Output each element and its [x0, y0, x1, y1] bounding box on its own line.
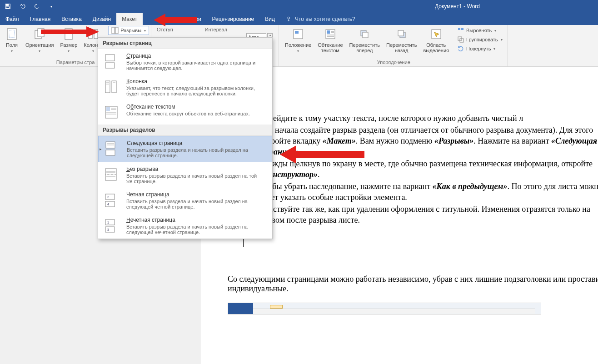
svg-rect-38 — [106, 107, 110, 111]
svg-rect-26 — [458, 28, 460, 30]
svg-rect-1 — [6, 4, 9, 6]
svg-marker-61 — [41, 26, 99, 37]
list-item: Перейдите к тому участку текста, после к… — [259, 113, 598, 124]
svg-rect-14 — [295, 31, 299, 34]
svg-rect-11 — [112, 27, 115, 34]
text-cursor — [243, 238, 244, 247]
tell-me-search[interactable]: Что вы хотите сделать? — [286, 13, 355, 25]
svg-rect-31 — [105, 63, 115, 68]
even-page-icon: 24 — [103, 191, 120, 209]
position-button[interactable]: Положение▾ — [282, 26, 314, 55]
embedded-image — [228, 303, 541, 314]
svg-rect-12 — [115, 27, 118, 34]
svg-rect-30 — [105, 55, 115, 61]
bring-forward-button[interactable]: Переместить вперед — [347, 26, 383, 54]
wrap-text-button[interactable]: Обтекание текстом — [315, 26, 345, 54]
dd-item-textwrap[interactable]: Обтекание текстомОбтекание текста вокруг… — [98, 100, 272, 125]
list-item: Чтобы убрать наследование, нажмите на ва… — [259, 181, 598, 203]
svg-point-3 — [288, 17, 289, 19]
svg-rect-27 — [461, 28, 463, 30]
send-backward-icon — [394, 27, 409, 41]
dd-item-next-page[interactable]: Следующая страницаВставить разрыв раздел… — [98, 136, 272, 162]
dd-item-page[interactable]: ССтраницатраницаВыбор точки, в которой з… — [98, 49, 272, 75]
svg-text:2: 2 — [107, 195, 109, 199]
dd-section-page-breaks: Разрывы страниц — [98, 38, 272, 49]
breaks-icon — [111, 27, 119, 34]
svg-text:4: 4 — [107, 203, 109, 206]
tell-me-placeholder: Что вы хотите сделать? — [295, 16, 355, 22]
tab-insert[interactable]: Вставка — [56, 13, 87, 25]
bring-forward-icon — [357, 27, 372, 41]
group-icon — [457, 36, 464, 43]
dd-section-section-breaks: Разрывы разделов — [98, 125, 272, 136]
title-bar: ▾ Документ1 - Word — [0, 0, 598, 13]
position-icon — [291, 27, 305, 41]
margins-button[interactable]: Поля▾ — [2, 26, 22, 55]
tab-view[interactable]: Вид — [259, 13, 280, 25]
annotation-arrow-tab — [154, 12, 199, 28]
dd-item-column[interactable]: КолонкаУказывает, что текст, следующий з… — [98, 75, 272, 100]
textwrap-break-icon — [103, 104, 120, 121]
column-break-icon — [103, 78, 120, 95]
page-break-icon — [103, 53, 120, 70]
dd-item-continuous[interactable]: Без разрываВставить разрыв раздела и нач… — [98, 162, 272, 188]
svg-rect-56 — [105, 219, 115, 225]
group-label-arrange: Упорядочение — [282, 59, 505, 66]
wrap-text-icon — [323, 27, 338, 41]
continuous-icon — [103, 166, 120, 183]
svg-rect-44 — [106, 150, 115, 155]
rotate-button[interactable]: Повернуть▾ — [454, 44, 505, 53]
dd-item-odd-page[interactable]: 13 Нечетная страницаВставить разрыв разд… — [98, 213, 272, 239]
document-area[interactable]: Перейдите к тому участку текста, после к… — [0, 67, 598, 364]
quick-access-toolbar: ▾ — [0, 1, 59, 11]
ribbon-tabs: Файл Главная Вставка Дизайн Макет C ки Р… — [0, 13, 598, 25]
selection-pane-icon — [429, 27, 444, 41]
align-button[interactable]: Выровнять▾ — [454, 26, 505, 35]
group-arrange: Положение▾ Обтекание текстом Переместить… — [280, 25, 508, 66]
svg-marker-60 — [154, 14, 197, 26]
annotation-arrow-breaks — [41, 25, 100, 40]
tab-home[interactable]: Главная — [25, 13, 56, 25]
breaks-button[interactable]: Разрывы▾ — [108, 26, 149, 35]
save-button[interactable] — [3, 1, 13, 11]
svg-marker-62 — [280, 145, 364, 164]
group-objects-button[interactable]: Группировать▾ — [454, 35, 505, 44]
redo-button[interactable] — [32, 1, 42, 11]
spacing-label: Интервал — [205, 27, 227, 32]
next-page-icon — [103, 140, 120, 157]
rotate-icon — [457, 45, 464, 52]
annotation-arrow-nextpage — [280, 144, 366, 165]
document-title: Документ1 - Word — [435, 3, 598, 10]
send-backward-button[interactable]: Переместить назад — [384, 26, 419, 54]
tab-file[interactable]: Файл — [0, 13, 25, 25]
tab-layout[interactable]: Макет — [116, 13, 143, 25]
svg-text:3: 3 — [107, 228, 109, 231]
margins-icon — [5, 27, 19, 41]
svg-rect-22 — [363, 32, 368, 38]
svg-rect-58 — [105, 227, 115, 232]
selection-pane-button[interactable]: Область выделения — [420, 26, 452, 54]
svg-text:1: 1 — [107, 221, 109, 224]
svg-rect-2 — [6, 7, 10, 9]
svg-rect-24 — [398, 30, 404, 36]
qat-customize-button[interactable]: ▾ — [46, 1, 56, 11]
dd-item-even-page[interactable]: 24 Четная страницаВставить разрыв раздел… — [98, 188, 272, 213]
svg-rect-52 — [105, 194, 115, 199]
undo-button[interactable] — [17, 1, 27, 11]
paragraph: Со следующими страницами можно работать … — [228, 274, 598, 294]
list-item: Действуйте так же, как при удалении офор… — [259, 204, 598, 225]
tab-review[interactable]: Рецензирование — [207, 13, 260, 25]
svg-rect-54 — [105, 201, 115, 207]
svg-rect-16 — [327, 30, 330, 34]
breaks-dropdown: Разрывы страниц ССтраницатраницаВыбор то… — [98, 37, 273, 239]
odd-page-icon: 13 — [103, 217, 120, 234]
align-icon — [457, 27, 464, 34]
tab-design[interactable]: Дизайн — [87, 13, 116, 25]
